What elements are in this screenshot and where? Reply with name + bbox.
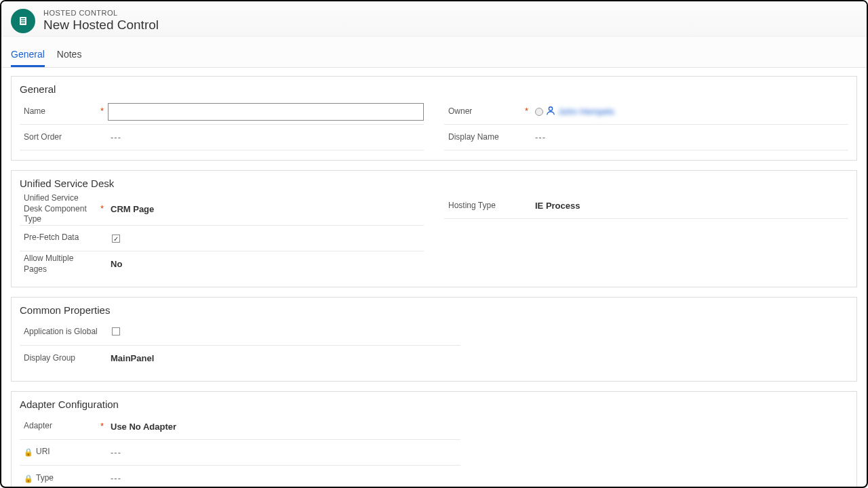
app-global-label: Application is Global bbox=[24, 327, 98, 338]
tab-bar: General Notes bbox=[1, 37, 867, 68]
lock-icon: 🔒 bbox=[24, 474, 33, 483]
adapter-value[interactable]: Use No Adapter bbox=[108, 422, 460, 432]
section-usd: Unified Service Desk Unified Service Des… bbox=[11, 170, 857, 287]
display-group-value[interactable]: MainPanel bbox=[108, 353, 460, 363]
component-type-label: Unified Service Desk Component Type bbox=[24, 193, 98, 225]
sort-order-value[interactable]: --- bbox=[108, 132, 424, 142]
hosting-type-label: Hosting Type bbox=[448, 201, 496, 211]
status-dot-icon bbox=[535, 108, 543, 116]
svg-rect-2 bbox=[21, 20, 25, 22]
svg-point-4 bbox=[549, 107, 552, 110]
name-input[interactable] bbox=[108, 103, 424, 121]
tab-general[interactable]: General bbox=[11, 49, 45, 67]
component-type-value[interactable]: CRM Page bbox=[108, 204, 424, 214]
svg-rect-3 bbox=[21, 22, 25, 24]
type-label: Type bbox=[36, 473, 54, 484]
section-usd-title: Unified Service Desk bbox=[12, 171, 856, 193]
section-general: General Name* Sort Order --- Owner* bbox=[11, 76, 857, 161]
display-group-label: Display Group bbox=[24, 353, 75, 364]
name-label: Name bbox=[24, 106, 45, 117]
required-mark: * bbox=[523, 106, 528, 117]
type-value: --- bbox=[108, 473, 460, 483]
prefetch-checkbox[interactable]: ✓ bbox=[112, 235, 120, 243]
allow-multiple-label: Allow Multiple Pages bbox=[24, 253, 98, 274]
adapter-label: Adapter bbox=[24, 421, 52, 432]
uri-label: URI bbox=[36, 447, 50, 458]
required-mark: * bbox=[98, 203, 104, 215]
prefetch-label: Pre-Fetch Data bbox=[24, 232, 79, 243]
section-adapter-title: Adapter Configuration bbox=[12, 392, 856, 414]
lock-icon: 🔒 bbox=[24, 447, 33, 457]
required-mark: * bbox=[98, 421, 104, 432]
display-name-label: Display Name bbox=[448, 132, 499, 143]
section-adapter: Adapter Configuration Adapter* Use No Ad… bbox=[11, 391, 857, 488]
section-common: Common Properties Application is Global … bbox=[11, 297, 857, 382]
required-mark: * bbox=[98, 106, 104, 117]
sort-order-label: Sort Order bbox=[24, 132, 62, 143]
svg-rect-1 bbox=[21, 18, 25, 20]
app-global-checkbox[interactable] bbox=[112, 327, 120, 336]
entity-icon bbox=[11, 9, 35, 33]
page-header: HOSTED CONTROL New Hosted Control bbox=[1, 1, 867, 37]
display-name-value[interactable]: --- bbox=[532, 132, 848, 142]
owner-value[interactable]: John Hempels bbox=[532, 106, 848, 117]
section-general-title: General bbox=[12, 77, 856, 99]
owner-label: Owner bbox=[448, 106, 472, 117]
page-title: New Hosted Control bbox=[43, 18, 159, 33]
tab-notes[interactable]: Notes bbox=[57, 49, 82, 67]
hosting-type-value[interactable]: IE Process bbox=[532, 201, 848, 211]
section-common-title: Common Properties bbox=[12, 298, 856, 320]
allow-multiple-value[interactable]: No bbox=[108, 259, 424, 269]
uri-value: --- bbox=[108, 447, 460, 458]
owner-name: John Hempels bbox=[558, 106, 614, 117]
entity-type-label: HOSTED CONTROL bbox=[43, 9, 159, 17]
person-icon bbox=[546, 106, 555, 117]
